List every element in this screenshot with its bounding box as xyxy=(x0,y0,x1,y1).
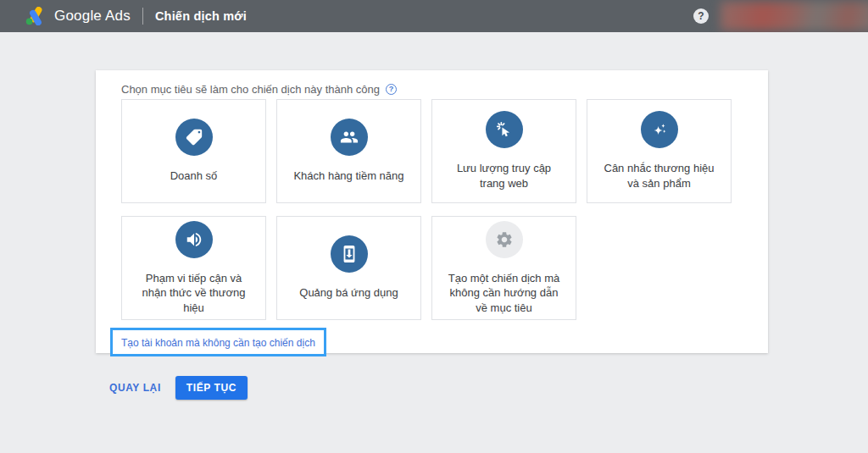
skip-link-highlight-box[interactable]: Tạo tài khoản mà không cần tạo chiến dịc… xyxy=(110,328,326,356)
google-ads-logo-icon xyxy=(25,7,46,25)
back-button[interactable]: QUAY LẠI xyxy=(108,377,163,399)
goal-label: Quảng bá ứng dụng xyxy=(299,285,398,301)
goal-label: Doanh số xyxy=(170,168,218,184)
gear-icon xyxy=(486,221,523,258)
goal-label: Tạo một chiến dịch mà không cần hướng dẫ… xyxy=(444,271,564,316)
top-app-bar: Google Ads Chiến dịch mới ? xyxy=(0,0,868,32)
footer-actions: QUAY LẠI TIẾP TỤC xyxy=(108,376,248,400)
goal-card-reach-awareness[interactable]: Phạm vi tiếp cận và nhận thức về thương … xyxy=(121,216,266,320)
skip-link[interactable]: Tạo tài khoản mà không cần tạo chiến dịc… xyxy=(121,337,315,349)
redacted-account-info xyxy=(721,2,868,30)
goal-label: Cân nhắc thương hiệu và sản phẩm xyxy=(599,161,719,191)
click-icon xyxy=(486,111,523,148)
goal-card-sales[interactable]: Doanh số xyxy=(121,99,266,203)
goal-label: Phạm vi tiếp cận và nhận thức về thương … xyxy=(134,271,253,316)
megaphone-icon xyxy=(175,221,213,258)
goal-card-website-traffic[interactable]: Lưu lượng truy cập trang web xyxy=(431,99,576,203)
goal-card-consideration[interactable]: Cân nhắc thương hiệu và sản phẩm xyxy=(587,99,732,203)
question-row: Chọn mục tiêu sẽ làm cho chiến dịch này … xyxy=(121,82,743,96)
skip-link-row: Tạo tài khoản mà không cần tạo chiến dịc… xyxy=(121,328,743,356)
help-icon[interactable]: ? xyxy=(693,8,709,24)
page-title: Chiến dịch mới xyxy=(155,9,247,23)
main-content: Chọn mục tiêu sẽ làm cho chiến dịch này … xyxy=(0,32,868,453)
goal-selection-card: Chọn mục tiêu sẽ làm cho chiến dịch này … xyxy=(96,70,768,353)
goal-label: Lưu lượng truy cập trang web xyxy=(444,161,564,191)
brand-name: Google Ads xyxy=(54,8,131,25)
goal-card-no-goal[interactable]: Tạo một chiến dịch mà không cần hướng dẫ… xyxy=(431,216,576,320)
goal-card-leads[interactable]: Khách hàng tiềm năng xyxy=(276,99,421,203)
goal-grid: Doanh số Khách hàng tiềm năng xyxy=(121,99,743,320)
google-ads-brand: Google Ads xyxy=(25,7,131,25)
app-download-icon xyxy=(331,235,368,273)
people-icon xyxy=(331,119,368,156)
tag-icon xyxy=(175,119,213,156)
question-help-icon[interactable]: ? xyxy=(386,84,397,95)
continue-button[interactable]: TIẾP TỤC xyxy=(175,376,248,400)
goal-label: Khách hàng tiềm năng xyxy=(293,168,403,184)
question-text: Chọn mục tiêu sẽ làm cho chiến dịch này … xyxy=(121,83,380,96)
goal-card-app-promotion[interactable]: Quảng bá ứng dụng xyxy=(276,216,421,320)
topbar-divider xyxy=(142,8,143,25)
sparkles-icon xyxy=(641,111,678,148)
